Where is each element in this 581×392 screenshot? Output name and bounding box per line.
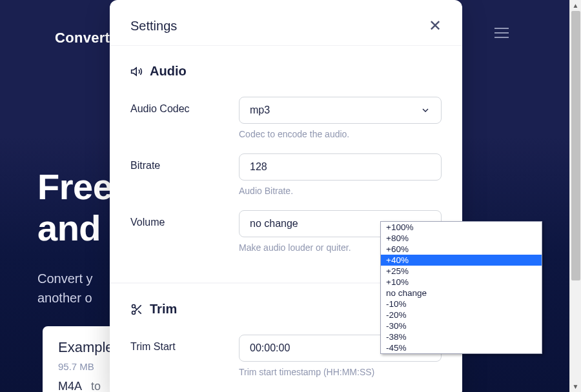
- scroll-up-arrow[interactable]: ▲: [570, 0, 581, 11]
- bitrate-input[interactable]: [239, 153, 442, 181]
- volume-option[interactable]: -30%: [381, 320, 542, 331]
- volume-label: Volume: [130, 210, 239, 264]
- chevron-down-icon: [420, 105, 431, 115]
- svg-line-4: [135, 307, 137, 309]
- bitrate-help: Audio Bitrate.: [239, 186, 442, 196]
- file-to-label: to: [91, 380, 101, 392]
- volume-option[interactable]: +80%: [381, 233, 542, 244]
- file-from-format: M4A: [58, 380, 81, 392]
- trim-section-title: Trim: [150, 302, 177, 317]
- scroll-down-arrow[interactable]: ▼: [570, 381, 581, 392]
- menu-icon[interactable]: [494, 28, 509, 38]
- speaker-icon: [130, 65, 143, 78]
- audio-section-title: Audio: [150, 64, 187, 79]
- volume-option[interactable]: +25%: [381, 266, 542, 277]
- volume-option[interactable]: +60%: [381, 244, 542, 255]
- hero-subtitle-line-2: another o: [37, 288, 112, 308]
- brand-logo: Convert: [55, 30, 110, 46]
- trim-start-help: Trim start timestamp (HH:MM:SS): [239, 367, 442, 377]
- trim-start-label: Trim Start: [130, 335, 239, 389]
- codec-label: Audio Codec: [130, 97, 239, 151]
- volume-option[interactable]: -38%: [381, 331, 542, 342]
- outer-scrollbar[interactable]: ▲ ▼: [569, 0, 581, 392]
- volume-option[interactable]: no change: [381, 288, 542, 299]
- codec-select[interactable]: mp3: [239, 97, 442, 124]
- scroll-track[interactable]: [570, 11, 581, 381]
- scissors-icon: [130, 303, 143, 316]
- volume-dropdown-popup[interactable]: +100%+80%+60%+40%+25%+10%no change-10%-2…: [380, 221, 542, 354]
- close-icon[interactable]: ✕: [429, 18, 442, 34]
- hero-subtitle-line-1: Convert y: [37, 269, 112, 288]
- volume-option[interactable]: -45%: [381, 342, 542, 353]
- svg-point-0: [132, 304, 136, 308]
- modal-title: Settings: [130, 19, 177, 34]
- svg-point-1: [132, 311, 136, 314]
- bitrate-label: Bitrate: [130, 153, 239, 208]
- codec-help: Codec to encode the audio.: [239, 129, 442, 139]
- volume-option[interactable]: -10%: [381, 299, 542, 309]
- scroll-thumb[interactable]: [571, 11, 580, 280]
- codec-value: mp3: [250, 104, 270, 116]
- hero-title-line-2: and: [37, 208, 112, 249]
- volume-value: no change: [250, 218, 298, 230]
- hero-title-line-1: Free: [37, 166, 112, 208]
- volume-option[interactable]: +10%: [381, 277, 542, 288]
- volume-option[interactable]: +100%: [381, 222, 542, 233]
- volume-option[interactable]: +40%: [381, 255, 542, 266]
- volume-option[interactable]: -20%: [381, 309, 542, 320]
- svg-line-3: [138, 311, 141, 314]
